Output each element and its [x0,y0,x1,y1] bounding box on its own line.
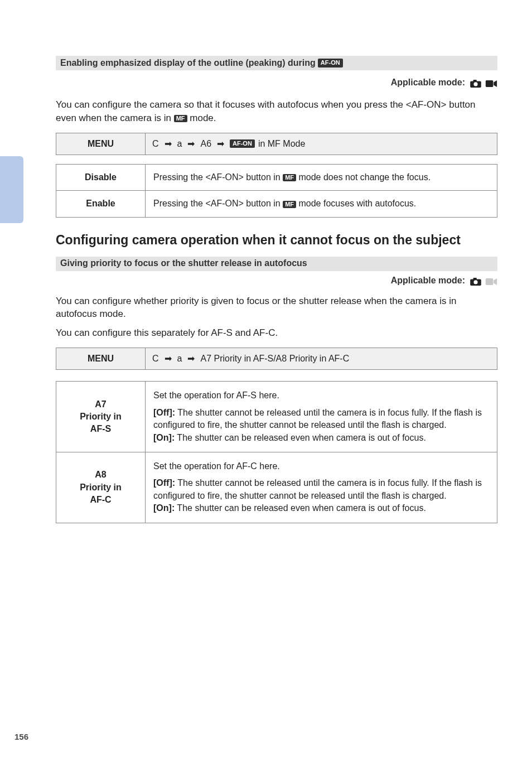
arrow-right-icon: ➡ [187,138,195,150]
priority-label: A7 Priority in AF-S [56,390,145,443]
menu-path-part: C [152,353,159,365]
side-tab [0,156,23,223]
off-label: [Off]: [153,408,175,417]
mode-label: Applicable mode: [391,274,465,287]
svg-rect-3 [486,80,494,87]
bar-text: Enabling emphasized display of the outli… [60,57,316,69]
off-text: The shutter cannot be released until the… [153,408,482,430]
page-number: 156 [14,731,28,742]
svg-rect-6 [473,278,477,280]
setting-text-after: mode focuses with autofocus. [298,199,416,208]
setting-label: Disable [56,165,145,190]
setting-label: Enable [56,191,145,216]
svg-point-2 [473,82,477,86]
svg-marker-4 [494,80,497,87]
setting-text-before: Pressing the <AF-ON> button in [153,172,283,182]
priority-label-cell: A8 Priority in AF-C [56,452,146,523]
camera-icon [468,75,482,90]
mode-label: Applicable mode: [391,76,465,89]
applicable-mode-row: Applicable mode: [56,75,497,90]
svg-rect-8 [486,278,494,285]
svg-point-7 [473,281,477,285]
setting-label-cell: Disable [56,164,146,190]
movie-icon [483,273,497,289]
setting-text-after: mode does not change the focus. [298,172,431,182]
svg-marker-9 [494,278,497,285]
arrow-right-icon: ➡ [187,353,195,365]
menu-path-part: C [152,138,159,150]
mf-badge-icon: MF [283,174,296,181]
mf-badge-icon: MF [283,201,296,208]
arrow-right-icon: ➡ [217,138,224,150]
menu-path-part: A7 Priority in AF-S/A8 Priority in AF-C [200,353,349,365]
menu-cell-label: MENU [56,133,146,155]
on-text: The shutter can be released even when ca… [177,503,425,513]
bar2-text: Giving priority to focus or the shutter … [60,257,307,269]
mf-badge-icon: MF [174,115,187,122]
priority-intro: Set the operation for AF-S here. [153,389,489,402]
menu-path-tail: in MF Mode [258,138,305,150]
afon-badge-icon: AF-ON [230,139,255,148]
off-label: [Off]: [153,478,175,488]
menu-path-cell: C ➡ a ➡ A6 ➡ AF-ON in MF Mode [146,133,497,155]
menu-path-part: a [177,138,182,150]
para-text: You can configure the camera so that it … [56,99,476,123]
applicable-mode-row: Applicable mode: [56,273,497,289]
arrow-right-icon: ➡ [165,138,172,150]
setting-desc-cell: Pressing the <AF-ON> button in MF mode f… [146,191,497,217]
section-bar-peaking: Enabling emphasized display of the outli… [56,56,497,70]
afon-badge-icon: AF-ON [318,59,343,67]
settings-table-1: Disable Pressing the <AF-ON> button in M… [56,164,497,218]
menu-cell-label: MENU [56,348,146,370]
svg-rect-1 [473,80,477,82]
menu-path-table-2: MENU C ➡ a ➡ A7 Priority in AF-S/A8 Prio… [56,348,497,370]
menu-path-cell: C ➡ a ➡ A7 Priority in AF-S/A8 Priority … [146,348,497,370]
para-tail: mode. [190,113,216,123]
menu-path-part: a [177,353,182,365]
menu-label: MENU [56,133,145,155]
setting-text-before: Pressing the <AF-ON> button in [153,199,283,208]
menu-label: MENU [56,348,145,369]
menu-path-part: A6 [200,138,211,150]
section-bar-priority: Giving priority to focus or the shutter … [56,257,497,271]
movie-icon [483,75,497,90]
priority-desc-cell: Set the operation for AF-S here. [Off]: … [146,382,497,452]
menu-path-table-1: MENU C ➡ a ➡ A6 ➡ AF-ON in MF Mode [56,133,497,155]
setting-label-cell: Enable [56,191,146,217]
section2-paragraph2: You can configure this separately for AF… [56,326,497,340]
arrow-right-icon: ➡ [165,353,172,365]
priority-label-cell: A7 Priority in AF-S [56,382,146,452]
setting-desc-cell: Pressing the <AF-ON> button in MF mode d… [146,164,497,190]
priority-intro: Set the operation for AF-C here. [153,460,489,472]
on-text: The shutter can be released even when ca… [177,433,425,442]
on-label: [On]: [153,503,175,513]
section-heading: Configuring camera operation when it can… [56,232,497,249]
off-text: The shutter cannot be released until the… [153,478,482,500]
section2-paragraph1: You can configure whether priority is gi… [56,295,497,321]
priority-table: A7 Priority in AF-S Set the operation fo… [56,381,497,523]
priority-desc-cell: Set the operation for AF-C here. [Off]: … [146,452,497,523]
on-label: [On]: [153,433,175,442]
priority-label: A8 Priority in AF-C [56,461,145,514]
camera-icon [468,273,482,289]
section-paragraph: You can configure the camera so that it … [56,98,497,125]
